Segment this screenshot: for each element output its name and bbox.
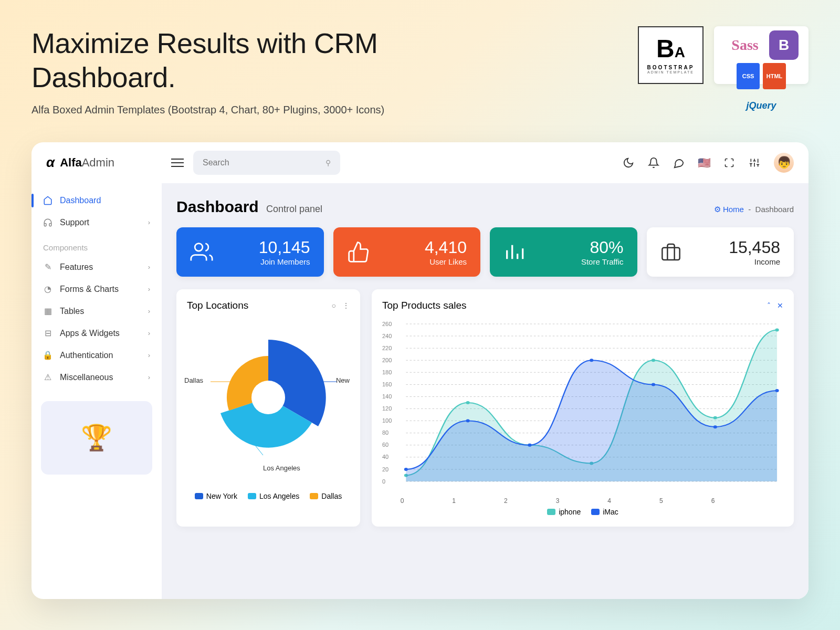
jquery-icon: jQuery <box>741 92 782 119</box>
lock-icon: 🔒 <box>43 351 52 360</box>
breadcrumb: ⚙ Home - Dashboard <box>714 205 794 214</box>
svg-point-33 <box>466 401 470 404</box>
slice-label-new: New <box>336 376 350 384</box>
stat-income[interactable]: 15,458Income <box>647 227 794 277</box>
sidebar-item-label: Support <box>60 218 89 227</box>
stat-traffic[interactable]: 80%Store Traffic <box>490 227 637 277</box>
chart-icon <box>503 242 524 262</box>
stat-members[interactable]: 10,145Join Members <box>176 227 324 277</box>
darkmode-icon[interactable] <box>623 157 634 169</box>
hamburger-icon[interactable] <box>171 156 184 170</box>
briefcase-icon <box>660 242 681 262</box>
sidebar-item-support[interactable]: Support › <box>32 212 162 234</box>
home-icon <box>43 196 52 205</box>
logo-mark-icon: α <box>46 154 55 171</box>
chevron-right-icon: › <box>148 285 150 293</box>
svg-point-41 <box>528 443 531 446</box>
svg-point-36 <box>652 359 655 362</box>
svg-point-39 <box>404 468 408 471</box>
stat-label: Join Members <box>259 257 310 266</box>
bootstrap-icon: B <box>769 30 799 60</box>
svg-point-38 <box>775 328 779 331</box>
sidebar-item-label: Tables <box>60 307 84 316</box>
chat-icon[interactable] <box>673 157 685 169</box>
search-input[interactable]: ⚲ <box>193 151 340 175</box>
sidebar-item-label: Miscellaneous <box>60 373 113 382</box>
more-icon[interactable]: ⋮ <box>342 301 350 310</box>
chevron-right-icon: › <box>148 307 150 315</box>
svg-rect-13 <box>662 247 679 259</box>
svg-point-37 <box>713 416 717 419</box>
line-chart: 0204060801001201401601802002202402600123… <box>382 319 783 502</box>
sidebar-item-features[interactable]: ✎Features› <box>32 256 162 278</box>
main-content: Dashboard Control panel ⚙ Home - Dashboa… <box>162 183 808 599</box>
panel-title: Top Locations <box>187 300 248 311</box>
features-icon: ✎ <box>43 262 52 272</box>
breadcrumb-current: Dashboard <box>755 205 794 214</box>
css3-icon: CSS <box>737 63 760 89</box>
stat-value: 10,145 <box>259 238 310 257</box>
panel-title: Top Products sales <box>382 300 467 311</box>
topbar: α AlfaAdmin ⚲ 🇺🇸 👦 <box>32 142 808 183</box>
slice-label-la: Los Angeles <box>263 464 300 472</box>
panel-top-locations: Top Locations ○⋮ <box>176 289 360 527</box>
fullscreen-icon[interactable] <box>723 157 735 169</box>
chevron-right-icon: › <box>148 218 150 226</box>
flag-icon[interactable]: 🇺🇸 <box>698 157 710 169</box>
hero-subtitle: Alfa Boxed Admin Templates (Bootstrap 4,… <box>32 104 808 116</box>
chevron-right-icon: › <box>148 329 150 337</box>
app-window: α AlfaAdmin ⚲ 🇺🇸 👦 Dashboard Suppo <box>32 142 808 599</box>
sass-icon: Sass <box>724 32 766 58</box>
sidebar-item-label: Forms & Charts <box>60 285 119 294</box>
stat-label: Store Traffic <box>581 257 624 266</box>
settings-icon[interactable] <box>749 157 760 169</box>
svg-point-42 <box>590 359 593 362</box>
stat-label: User Likes <box>425 257 467 266</box>
stat-value: 15,458 <box>729 238 780 257</box>
avatar[interactable]: 👦 <box>774 153 794 173</box>
app-logo[interactable]: α AlfaAdmin <box>46 154 162 171</box>
stat-label: Income <box>729 257 780 266</box>
breadcrumb-home[interactable]: Home <box>723 205 744 214</box>
stat-likes[interactable]: 4,410User Likes <box>333 227 481 277</box>
dashboard-icon: ⚙ <box>714 205 721 214</box>
users-icon <box>190 240 213 264</box>
warning-icon: ⚠ <box>43 373 52 382</box>
slice-label-dallas: Dallas <box>184 376 203 384</box>
sidebar-item-label: Apps & Widgets <box>60 329 120 338</box>
forms-icon: ◔ <box>43 285 52 294</box>
stat-cards: 10,145Join Members 4,410User Likes 80%St… <box>176 227 794 277</box>
stat-value: 4,410 <box>425 238 467 257</box>
page-title: Dashboard Control panel <box>176 198 322 216</box>
close-icon[interactable]: ✕ <box>777 301 783 310</box>
svg-point-14 <box>251 381 285 414</box>
like-icon <box>347 240 370 264</box>
tech-logos: BA BOOTSTRAP ADMIN TEMPLATE Sass B CSS H… <box>638 26 808 84</box>
tables-icon: ▦ <box>43 307 52 316</box>
sidebar-item-dashboard[interactable]: Dashboard <box>32 190 162 212</box>
stat-value: 80% <box>581 238 624 257</box>
sidebar-item-misc[interactable]: ⚠Miscellaneous› <box>32 366 162 388</box>
apps-icon: ⊟ <box>43 329 52 338</box>
sidebar: Dashboard Support › Components ✎Features… <box>32 183 162 599</box>
support-icon <box>43 218 52 227</box>
sidebar-item-tables[interactable]: ▦Tables› <box>32 300 162 322</box>
svg-point-40 <box>466 419 470 422</box>
trophy-promo[interactable]: 🏆 <box>41 401 152 475</box>
panel-top-products: Top Products sales ˄✕ 020406080100120140… <box>372 289 794 527</box>
chevron-right-icon: › <box>148 351 150 359</box>
sidebar-item-auth[interactable]: 🔒Authentication› <box>32 344 162 366</box>
sidebar-item-forms[interactable]: ◔Forms & Charts› <box>32 278 162 300</box>
bell-icon[interactable] <box>648 157 659 169</box>
sidebar-item-apps[interactable]: ⊟Apps & Widgets› <box>32 322 162 344</box>
hero: Maximize Results with CRMDashboard. Alfa… <box>0 0 840 127</box>
sidebar-item-label: Dashboard <box>60 196 101 205</box>
svg-point-44 <box>713 425 717 428</box>
svg-point-43 <box>652 383 655 386</box>
donut-chart: New Los Angeles Dallas <box>187 319 350 487</box>
refresh-icon[interactable]: ○ <box>332 301 336 310</box>
svg-point-45 <box>775 389 779 392</box>
collapse-icon[interactable]: ˄ <box>767 301 771 310</box>
line-legend: iphone iMac <box>382 508 783 516</box>
tech-stack: Sass B CSS HTML jQuery <box>714 26 808 84</box>
